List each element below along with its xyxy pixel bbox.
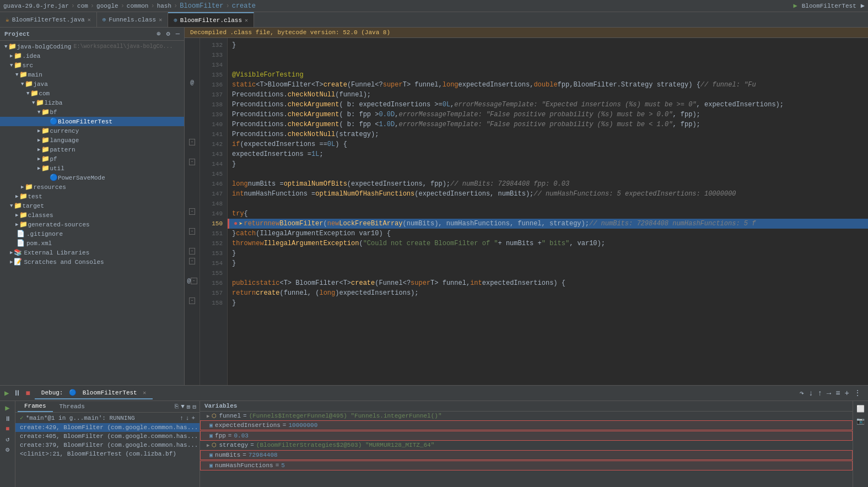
frame-item-0[interactable]: create:429, BloomFilter (com.google.comm… [15, 423, 200, 432]
fold-icon[interactable]: - [189, 159, 195, 165]
step-out-btn[interactable]: ↑ [817, 389, 822, 398]
tab-close[interactable]: ✕ [245, 17, 248, 24]
expand-all-btn[interactable]: ⊞ [187, 403, 191, 410]
line-markers: @ - - - [185, 38, 200, 385]
debug-pause-icon[interactable]: ⏸ [13, 389, 21, 398]
fold-icon[interactable]: - [189, 248, 195, 255]
expand-icon[interactable]: ▶ [207, 413, 209, 419]
thread-down-btn[interactable]: ↓ [186, 415, 190, 421]
camera-btn[interactable]: 📷 [855, 415, 866, 426]
thread-item[interactable]: ✓ *main*@1 in g...main': RUNNING ↑ ↓ + [15, 413, 200, 423]
linenum-139: 139 [200, 110, 227, 120]
code-line-158: } [228, 298, 868, 308]
tab-funnels[interactable]: ⊕ Funnels.class ✕ [97, 12, 168, 27]
tree-item-resources[interactable]: ▶ 📁 resources [0, 182, 184, 192]
step-over-btn[interactable]: ↷ [800, 388, 804, 398]
tree-item-main[interactable]: ▼ 📁 main [0, 70, 184, 79]
tab-close[interactable]: ✕ [159, 17, 162, 23]
filter-btn[interactable]: ▼ [181, 403, 185, 410]
fold-icon[interactable]: - [189, 297, 195, 304]
restart-btn[interactable]: ↺ [6, 435, 9, 443]
tree-label: util [50, 165, 64, 172]
minimize-icon[interactable]: — [176, 30, 180, 38]
expand-icon[interactable]: ▶ [207, 442, 209, 448]
tree-item-gitignore[interactable]: 📄 .gitignore [0, 229, 184, 239]
breakpoint-icon: ● [234, 220, 238, 228]
tree-item-classes[interactable]: ▶ 📁 classes [0, 210, 184, 220]
frame-item-1[interactable]: create:405, BloomFilter (com.google.comm… [15, 432, 200, 441]
threads-tab[interactable]: Threads [53, 402, 91, 412]
thread-up-btn[interactable]: ↑ [180, 415, 184, 421]
libs-icon: 📚 [14, 248, 22, 257]
tree-item-powersavemode[interactable]: 🔵 PowerSaveMode [0, 173, 184, 182]
tab-close[interactable]: ✕ [88, 17, 91, 23]
var-name: expectedInsertions [215, 422, 281, 429]
frames-tab[interactable]: Frames [18, 401, 53, 412]
collapse-btn[interactable]: ⊟ [192, 403, 196, 410]
tree-item-pom[interactable]: 📄 pom.xml [0, 239, 184, 248]
tree-item-pattern[interactable]: ▶ 📁 pattern [0, 145, 184, 154]
tree-root[interactable]: ▼ 📁 java-bolgCoding E:\workspaceall\java… [0, 42, 184, 51]
run-button[interactable]: ▶ [861, 2, 865, 10]
var-fpp[interactable]: ▣ fpp = 0.03 [200, 431, 853, 441]
copy-btn[interactable]: ⎘ [175, 403, 179, 410]
step-into-btn[interactable]: ↓ [808, 389, 813, 398]
tab-bloomfiltertest[interactable]: ☕ BloomFilterTest.java ✕ [0, 12, 97, 27]
tree-item-test[interactable]: ▶ 📁 test [0, 192, 184, 201]
tree-item-language[interactable]: ▶ 📁 language [0, 136, 184, 145]
frame-item-2[interactable]: create:379, BloomFilter (com.google.comm… [15, 441, 200, 450]
add-watch-btn[interactable]: + [845, 389, 849, 398]
tree-item-target[interactable]: ▼ 📁 target [0, 201, 184, 210]
settings-btn[interactable]: ⚙ [6, 446, 9, 454]
tree-item-generated-sources[interactable]: ▶ 📁 generated-sources [0, 220, 184, 229]
tree-item-com[interactable]: ▼ 📁 com [0, 89, 184, 98]
tree-item-bloomfiltertest[interactable]: 🔵 BloomFilterTest [0, 117, 184, 126]
tree-item-bf[interactable]: ▼ 📁 bf [0, 107, 184, 117]
fold-icon[interactable]: - [189, 139, 195, 145]
arrow-icon: ▶ [37, 128, 40, 134]
debug-tab-close[interactable]: ✕ [143, 390, 146, 396]
folder-icon: 📁 [36, 99, 44, 107]
thread-plus-btn[interactable]: + [191, 415, 195, 421]
stop-btn[interactable]: ■ [6, 425, 9, 433]
fold-icon[interactable]: - [191, 278, 197, 284]
tree-label: resources [33, 184, 66, 191]
tree-label: com [39, 90, 50, 97]
maximize-btn[interactable]: ⬜ [855, 403, 866, 414]
frame-item-3[interactable]: <clinit>:21, BloomFilterTest (com.lizba.… [15, 450, 200, 458]
var-strategy[interactable]: ▶ ⬡ strategy = (BloomFilterStrategies$2@… [200, 441, 853, 450]
evaluate-btn[interactable]: ≡ [835, 389, 840, 398]
debug-stop-icon[interactable]: ■ [25, 389, 30, 398]
debug-content: ▶ ⏸ ■ ↺ ⚙ Frames Threads ⎘ ▼ ⊞ ⊟ ✓ *main… [0, 401, 868, 487]
more-btn[interactable]: ⋮ [854, 388, 861, 398]
fold-icon[interactable]: - [189, 228, 195, 235]
var-numbits[interactable]: ▣ numBits = 72984408 [200, 450, 853, 460]
tree-item-idea[interactable]: ▶ 📁 .idea [0, 51, 184, 61]
run-to-cursor-btn[interactable]: → [827, 389, 831, 398]
tree-item-util[interactable]: ▶ 📁 util [0, 164, 184, 173]
tree-item-lizba[interactable]: ▼ 📁 lizba [0, 98, 184, 107]
tab-bloomfilter[interactable]: ⊕ BloomFilter.class ✕ [168, 12, 254, 27]
tree-item-java[interactable]: ▼ 📁 java [0, 79, 184, 89]
debug-tab-debugger[interactable]: Debug: 🔵 BloomFilterTest ✕ [35, 387, 153, 399]
settings-icon[interactable]: ⚙ [166, 30, 170, 38]
sync-icon[interactable]: ⊕ [157, 30, 160, 38]
var-numhashfunctions[interactable]: ▣ numHashFunctions = 5 [200, 461, 853, 470]
tree-item-scratches[interactable]: ▶ 📝 Scratches and Consoles [0, 257, 184, 267]
tree-item-src[interactable]: ▼ 📁 src [0, 61, 184, 70]
code-lines[interactable]: } @VisibleForTesting static <T> BloomFil… [228, 38, 868, 385]
code-content[interactable]: @ - - - [185, 38, 868, 385]
debug-play-icon[interactable]: ▶ [4, 388, 9, 398]
pause-btn[interactable]: ⏸ [4, 415, 11, 423]
tree-item-pf[interactable]: ▶ 📁 pf [0, 154, 184, 164]
resume-btn[interactable]: ▶ [5, 403, 9, 413]
fold-icon[interactable]: - [189, 208, 195, 215]
marker-144: - [185, 157, 200, 167]
folder-icon: 📁 [14, 202, 22, 210]
var-funnel[interactable]: ▶ ⬡ funnel = (Funnels$IntegerFunnel@495)… [200, 412, 853, 420]
var-expectedinsertions[interactable]: ▣ expectedInsertions = 10000000 [200, 420, 853, 430]
tree-item-ext-libs[interactable]: ▶ 📚 External Libraries [0, 248, 184, 257]
sidebar-header: Project ⊕ ⚙ — [0, 28, 184, 41]
tree-item-currency[interactable]: ▶ 📁 currency [0, 126, 184, 136]
fold-icon[interactable]: - [189, 258, 195, 264]
